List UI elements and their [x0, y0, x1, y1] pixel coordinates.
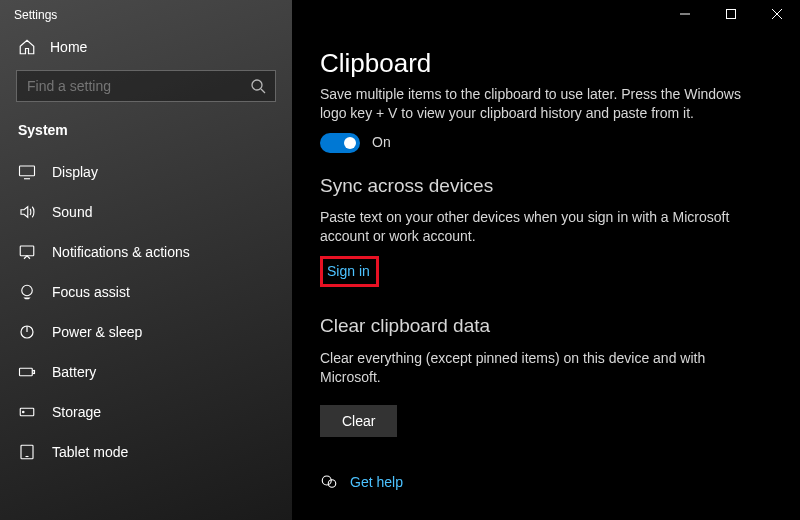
window-title: Settings: [0, 0, 292, 22]
notifications-icon: [18, 243, 36, 261]
main-content: Clipboard Save multiple items to the cli…: [292, 0, 800, 520]
tablet-icon: [18, 443, 36, 461]
search-icon: [250, 78, 266, 94]
toggle-knob: [344, 137, 356, 149]
window-chrome: [662, 0, 800, 28]
clipboard-history-section: Save multiple items to the clipboard to …: [320, 85, 750, 491]
search-input[interactable]: [16, 70, 276, 102]
home-icon: [18, 38, 36, 56]
sidebar-item-label: Battery: [52, 364, 96, 380]
svg-rect-6: [20, 166, 35, 176]
focus-assist-icon: [18, 283, 36, 301]
svg-line-5: [261, 89, 265, 93]
clear-button[interactable]: Clear: [320, 405, 397, 437]
sidebar-item-label: Tablet mode: [52, 444, 128, 460]
sidebar-item-label: Notifications & actions: [52, 244, 190, 260]
get-help-row[interactable]: Get help: [320, 473, 750, 492]
svg-rect-1: [727, 10, 736, 19]
battery-icon: [18, 363, 36, 381]
sidebar-item-label: Display: [52, 164, 98, 180]
sidebar-item-battery[interactable]: Battery: [0, 352, 292, 392]
sign-in-highlight: Sign in: [320, 256, 379, 287]
sidebar-nav: Display Sound Notifications & actions Fo…: [0, 152, 292, 472]
sidebar-item-label: Power & sleep: [52, 324, 142, 340]
sidebar-item-tablet-mode[interactable]: Tablet mode: [0, 432, 292, 472]
search-wrap: [16, 70, 276, 102]
history-desc: Save multiple items to the clipboard to …: [320, 85, 750, 123]
sync-desc: Paste text on your other devices when yo…: [320, 208, 750, 246]
clear-heading: Clear clipboard data: [320, 313, 750, 339]
history-toggle[interactable]: [320, 133, 360, 153]
sidebar-item-display[interactable]: Display: [0, 152, 292, 192]
history-toggle-label: On: [372, 133, 391, 152]
power-icon: [18, 323, 36, 341]
get-help-link[interactable]: Get help: [350, 473, 403, 492]
page-title: Clipboard: [320, 48, 800, 79]
sidebar-item-sound[interactable]: Sound: [0, 192, 292, 232]
storage-icon: [18, 403, 36, 421]
clear-desc: Clear everything (except pinned items) o…: [320, 349, 750, 387]
sync-heading: Sync across devices: [320, 173, 750, 199]
svg-rect-11: [20, 368, 33, 376]
display-icon: [18, 163, 36, 181]
sign-in-link[interactable]: Sign in: [327, 262, 370, 281]
history-toggle-row: On: [320, 133, 750, 153]
sidebar-item-label: Storage: [52, 404, 101, 420]
minimize-button[interactable]: [662, 0, 708, 28]
sidebar-item-focus-assist[interactable]: Focus assist: [0, 272, 292, 312]
close-button[interactable]: [754, 0, 800, 28]
home-label: Home: [50, 39, 87, 55]
sidebar-item-label: Sound: [52, 204, 92, 220]
sidebar: Settings Home System Display Sound: [0, 0, 292, 520]
sidebar-item-power-sleep[interactable]: Power & sleep: [0, 312, 292, 352]
sidebar-item-storage[interactable]: Storage: [0, 392, 292, 432]
help-icon: [320, 473, 338, 491]
sidebar-home[interactable]: Home: [0, 22, 292, 70]
maximize-button[interactable]: [708, 0, 754, 28]
sidebar-category: System: [0, 112, 292, 152]
sound-icon: [18, 203, 36, 221]
sidebar-item-notifications[interactable]: Notifications & actions: [0, 232, 292, 272]
svg-point-4: [252, 80, 262, 90]
sidebar-item-label: Focus assist: [52, 284, 130, 300]
svg-point-14: [23, 411, 25, 413]
settings-window: Settings Home System Display Sound: [0, 0, 800, 520]
svg-rect-8: [20, 246, 34, 256]
svg-rect-12: [33, 371, 35, 374]
